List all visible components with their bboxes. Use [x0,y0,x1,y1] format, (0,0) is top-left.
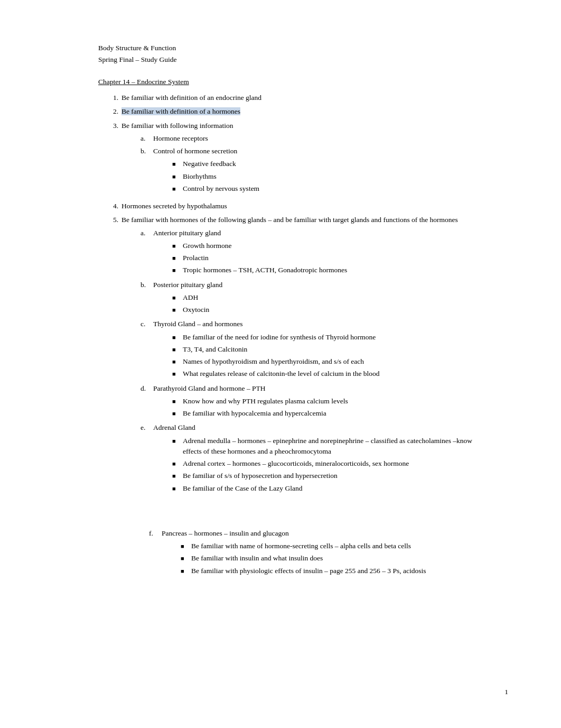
bullet-icon: ■ [172,356,180,367]
list-item: ■ Be familiar with physiologic effects o… [181,566,473,576]
main-list: 1. Be familiar with definition of an end… [109,93,473,497]
list-item: ■ Control by nervous system [172,183,473,194]
bullet-icon: ■ [172,483,180,494]
bullet-icon: ■ [172,253,180,263]
document-header: Body Structure & Function Spring Final –… [98,42,473,65]
list-item: ■ ADH [172,292,473,303]
list-item-3: 3. Be familiar with following informatio… [109,121,473,198]
item5a: a. Anterior pituitary gland ■ Growth hor… [141,228,473,278]
bullet-icon: ■ [172,305,180,315]
item5c-bullets: ■ Be familiar of the need for iodine for… [172,332,473,380]
list-item: ■ Prolactin [172,253,473,263]
bullet-icon: ■ [172,171,180,182]
bullet-icon: ■ [172,368,180,379]
bullet-icon: ■ [172,436,180,457]
list-item-2: 2. Be familiar with definition of a horm… [109,106,473,117]
bullet-icon: ■ [172,458,180,469]
item3-sub-list: a. Hormone receptors b. Control of hormo… [141,133,473,196]
header-line1: Body Structure & Function [98,42,473,54]
item5-sub-list: a. Anterior pituitary gland ■ Growth hor… [141,228,473,495]
list-item: ■ What regulates release of calcitonin-t… [172,368,473,379]
item5b-bullets: ■ ADH ■ Oxytocin [172,292,473,316]
item5f: f. Pancreas – hormones – insulin and glu… [149,528,473,578]
item3a: a. Hormone receptors [141,133,473,144]
bullet-icon: ■ [172,183,180,194]
header-line2: Spring Final – Study Guide [98,54,473,66]
bullet-icon: ■ [181,553,188,564]
list-num-4: 4. [109,201,118,211]
list-num-2: 2. [109,106,118,117]
page-number: 1 [504,688,508,696]
chapter-title: Chapter 14 – Endocrine System [98,78,473,86]
list-item: ■ Know how and why PTH regulates plasma … [172,396,473,407]
item5c: c. Thyroid Gland – and hormones ■ Be fam… [141,319,473,381]
list-num-1: 1. [109,93,118,103]
list-item: ■ Negative feedback [172,159,473,169]
item5d: d. Parathyroid Gland and hormone – PTH ■… [141,383,473,421]
bullet-icon: ■ [172,396,180,407]
list-item: ■ Oxytocin [172,305,473,315]
list-item-1: 1. Be familiar with definition of an end… [109,93,473,103]
list-text-1: Be familiar with definition of an endocr… [121,93,473,103]
item3b-content: Control of hormone secretion ■ Negative … [153,146,473,196]
list-item: ■ Biorhythms [172,171,473,182]
list-item: ■ Be familiar of the need for iodine for… [172,332,473,343]
list-item: ■ Names of hypothyroidism and hyperthyro… [172,356,473,367]
list-text-3: Be familiar with following information a… [121,121,473,198]
bullet-icon: ■ [172,265,180,275]
bullet-icon: ■ [172,159,180,169]
list-num-5: 5. [109,215,118,497]
list-item: ■ Be familiar of s/s of hyposecretion an… [172,471,473,481]
bullet-icon: ■ [172,292,180,303]
list-item: ■ Be familiar of the Case of the Lazy Gl… [172,483,473,494]
list-item: ■ Growth hormone [172,241,473,251]
item5d-bullets: ■ Know how and why PTH regulates plasma … [172,396,473,419]
list-item-5: 5. Be familiar with hormones of the foll… [109,215,473,497]
bullet-icon: ■ [172,471,180,481]
bullet-icon: ■ [172,408,180,419]
list-item: ■ Be familiar with name of hormone-secre… [181,541,473,551]
item5f-section: f. Pancreas – hormones – insulin and glu… [149,528,473,578]
bullet-icon: ■ [181,541,188,551]
bullet-icon: ■ [181,566,188,576]
item5e: e. Adrenal Gland ■ Adrenal medulla – hor… [141,422,473,495]
list-item-4: 4. Hormones secreted by hypothalamus [109,201,473,211]
list-text-2: Be familiar with definition of a hormone… [121,106,473,117]
item5a-bullets: ■ Growth hormone ■ Prolactin ■ [172,241,473,276]
item5e-bullets: ■ Adrenal medulla – hormones – epinephri… [172,436,473,494]
list-num-3: 3. [109,121,118,198]
list-item: ■ T3, T4, and Calcitonin [172,344,473,355]
item3b: b. Control of hormone secretion ■ Negati… [141,146,473,196]
list-text-5: Be familiar with hormones of the followi… [121,215,473,497]
item5b: b. Posterior pituitary gland ■ ADH [141,280,473,317]
item3b-bullets: ■ Negative feedback ■ Biorhythms ■ [172,159,473,194]
bullet-icon: ■ [172,241,180,251]
highlight-text-2: Be familiar with definition of a hormone… [121,107,240,115]
list-item: ■ Adrenal medulla – hormones – epinephri… [172,436,473,457]
item5f-bullets: ■ Be familiar with name of hormone-secre… [181,541,473,576]
list-item: ■ Adrenal cortex – hormones – glucocorti… [172,458,473,469]
list-item: ■ Tropic hormones – TSH, ACTH, Gonadotro… [172,265,473,275]
bullet-icon: ■ [172,344,180,355]
bullet-icon: ■ [172,332,180,343]
list-item: ■ Be familiar with hypocalcemia and hype… [172,408,473,419]
list-item: ■ Be familiar with insulin and what insu… [181,553,473,564]
